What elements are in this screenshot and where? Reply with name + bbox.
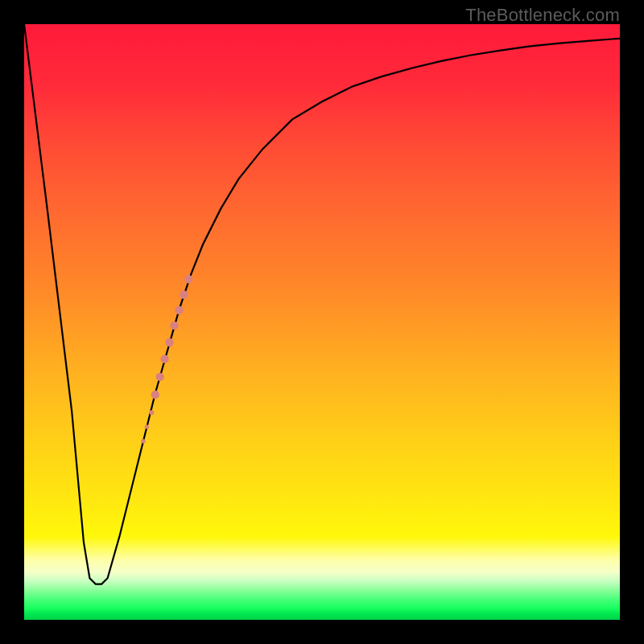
scatter-dot — [180, 291, 188, 299]
scatter-dot — [160, 355, 168, 363]
watermark-label: TheBottleneck.com — [465, 5, 620, 26]
scatter-dot — [149, 411, 154, 415]
scatter-dot — [165, 338, 173, 346]
scatter-dot — [145, 425, 149, 429]
scatter-dot — [156, 373, 164, 381]
plot-area — [24, 24, 620, 620]
scatter-dot — [141, 439, 146, 444]
scatter-dot — [151, 390, 159, 398]
curve-path — [24, 24, 620, 584]
scatter-dot — [175, 306, 183, 314]
scatter-dot — [170, 321, 178, 329]
chart-frame: TheBottleneck.com — [0, 0, 644, 644]
scatter-dot — [184, 275, 192, 283]
chart-svg — [24, 24, 620, 620]
